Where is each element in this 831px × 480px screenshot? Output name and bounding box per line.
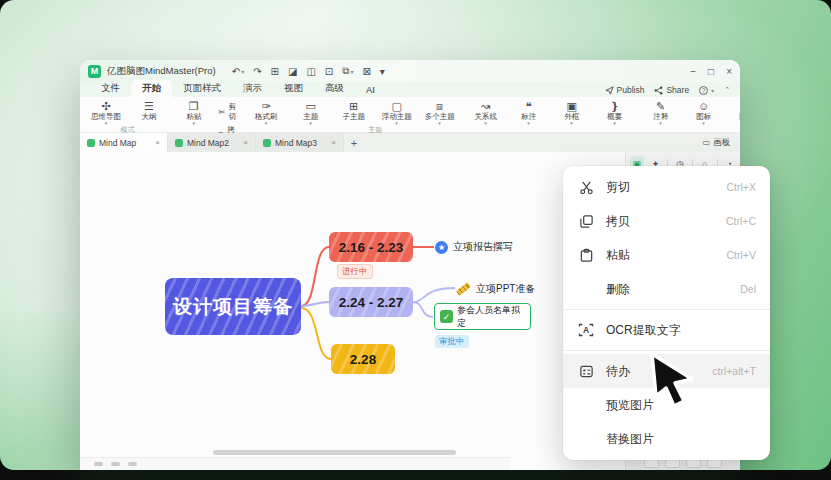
- menu-item-paste[interactable]: 粘贴 Ctrl+V: [563, 238, 770, 272]
- menu-tab-home[interactable]: 开始: [131, 80, 172, 97]
- context-menu: 剪切 Ctrl+X 拷贝 Ctrl+C 粘贴 Ctrl+V 删除 Del A: [563, 166, 770, 460]
- ribbon-relationship-button[interactable]: ↝关系线▾: [469, 100, 503, 126]
- help-button[interactable]: ? ▾: [699, 86, 714, 95]
- stage: M 亿图脑图MindMaster(Pro) ↶▾ ↷ ⊞ ◪ ◫ ⊡ ⧉▾ ⊠ …: [0, 0, 831, 480]
- redo-icon[interactable]: ↷: [253, 66, 261, 77]
- callout-icon: ❝: [526, 100, 532, 112]
- help-caret-icon: ▾: [711, 87, 714, 94]
- leaf-node-attendees-selected[interactable]: ✓ 参会人员名单拟定: [434, 303, 531, 330]
- branch-node-2[interactable]: 2.24 - 2.27: [329, 287, 413, 317]
- doc-tab-mindmap2[interactable]: Mind Map2 ×: [168, 133, 256, 152]
- paste-icon: ❐: [189, 100, 199, 112]
- tab-close-icon[interactable]: ×: [155, 138, 160, 147]
- app-title: 亿图脑图MindMaster(Pro): [107, 65, 216, 78]
- ribbon-outline-button[interactable]: ☰大纲: [132, 100, 166, 121]
- menu-tab-present[interactable]: 演示: [232, 80, 273, 97]
- copy-icon: [577, 214, 595, 229]
- ribbon-icon-button[interactable]: ☺图标▾: [687, 100, 721, 126]
- checkbox-icon[interactable]: ✓: [440, 310, 453, 323]
- doc-tab-mindmap3[interactable]: Mind Map3 ×: [256, 133, 344, 152]
- star-icon: ★: [435, 241, 448, 254]
- icon-marker-icon: ☺: [698, 100, 709, 112]
- status-badge-in-progress[interactable]: 进行中: [337, 264, 373, 279]
- mindmap-icon: ✣: [101, 100, 110, 112]
- maximize-button[interactable]: □: [708, 66, 714, 77]
- titlebar: M 亿图脑图MindMaster(Pro) ↶▾ ↷ ⊞ ◪ ◫ ⊡ ⧉▾ ⊠ …: [80, 60, 740, 82]
- menu-tab-ai[interactable]: AI: [355, 82, 386, 97]
- publish-button[interactable]: Publish: [605, 85, 645, 95]
- menu-divider: [563, 350, 770, 351]
- board-toggle[interactable]: ▭ 画板: [692, 133, 740, 152]
- horizontal-scrollbar[interactable]: [213, 450, 456, 455]
- screenshot-icon[interactable]: ⊠: [362, 66, 370, 77]
- menu-item-replace-image[interactable]: 替换图片: [563, 422, 770, 456]
- menu-tab-file[interactable]: 文件: [90, 80, 131, 97]
- share-button[interactable]: Share: [654, 85, 689, 95]
- comment-icon: ✎: [656, 100, 665, 112]
- ribbon-subtopic-button[interactable]: ⊞子主题: [337, 100, 371, 121]
- tab-close-icon[interactable]: ×: [243, 138, 248, 147]
- swatch[interactable]: [644, 459, 659, 468]
- ribbon-format-painter-button[interactable]: ✑格式刷▾: [250, 100, 281, 126]
- statusbar-stub: [111, 462, 120, 466]
- tab-close-icon[interactable]: ×: [331, 138, 336, 147]
- export-icon[interactable]: ⧉▾: [342, 65, 353, 77]
- menu-item-ocr[interactable]: A OCR提取文字: [563, 313, 770, 347]
- mindmap-canvas[interactable]: 设计项目筹备 2.16 - 2.23 进行中 2.24 - 2.27 2.28 …: [80, 152, 625, 470]
- ribbon-boundary-button[interactable]: ▣外框▾: [555, 100, 589, 126]
- style-flag-icon[interactable]: ◪: [288, 66, 297, 77]
- collapse-ribbon-icon[interactable]: ⌃: [724, 86, 730, 94]
- ribbon-multi-topic-button[interactable]: ⧈多个主题▾: [423, 100, 457, 126]
- branch-node-1[interactable]: 2.16 - 2.23: [329, 232, 413, 262]
- leaf-node-ppt[interactable]: 立项PPT准备: [456, 282, 535, 296]
- help-icon: ?: [699, 86, 708, 95]
- ribbon-group-mode: ✣思维导图▾ ☰大纲 模式: [84, 97, 171, 132]
- app-logo-icon: M: [88, 65, 101, 78]
- ocr-icon: A: [577, 322, 595, 338]
- ribbon-summary-button[interactable]: ❵概要▾: [598, 100, 632, 126]
- boundary-icon: ▣: [566, 100, 576, 112]
- todo-icon: [577, 364, 595, 379]
- leaf-node-report[interactable]: ★ 立项报告撰写: [435, 240, 513, 254]
- undo-icon[interactable]: ↶▾: [232, 66, 244, 77]
- topic-icon: ▭: [305, 100, 315, 112]
- window-controls: − □ ×: [690, 66, 732, 77]
- ribbon-paste-button[interactable]: ❐粘贴▾: [178, 100, 209, 126]
- document-tabbar: Mind Map × Mind Map2 × Mind Map3 × + ▭ 画…: [80, 133, 740, 152]
- new-document-icon[interactable]: ⊞: [271, 66, 279, 77]
- ribbon-cut-button[interactable]: ✂剪切: [218, 102, 241, 122]
- doc-tab-mindmap1[interactable]: Mind Map ×: [80, 133, 168, 152]
- multi-topic-icon: ⧈: [436, 100, 443, 112]
- ribbon-topic-button[interactable]: ▭主题▾: [294, 100, 328, 126]
- doc-icon: [87, 139, 95, 147]
- add-tab-button[interactable]: +: [344, 133, 364, 152]
- menu-item-copy[interactable]: 拷贝 Ctrl+C: [563, 204, 770, 238]
- background-swatches: [626, 459, 740, 468]
- mouse-cursor-icon: [648, 352, 700, 410]
- ribbon-group-insert: ✎注释▾ ☺图标▾ ▦图片▾ ∑公式▾ ⇄双向链接▾ ❏更多▾ 插入: [639, 97, 740, 132]
- ruler-icon: [456, 282, 472, 296]
- ribbon-picture-button[interactable]: ▦图片▾: [730, 100, 740, 126]
- save-icon[interactable]: ◫: [306, 66, 315, 77]
- ribbon-callout-button[interactable]: ❝标注▾: [512, 100, 546, 126]
- root-node[interactable]: 设计项目筹备: [165, 278, 301, 335]
- ribbon-floating-topic-button[interactable]: ▢浮动主题▾: [380, 100, 414, 126]
- menu-item-cut[interactable]: 剪切 Ctrl+X: [563, 170, 770, 204]
- menu-tab-page-style[interactable]: 页面样式: [172, 80, 232, 97]
- ribbon-comment-button[interactable]: ✎注释▾: [644, 100, 678, 126]
- ribbon-group-clipboard: ❐粘贴▾ ✂剪切 ⧉拷贝 ✑格式刷▾ 剪贴板: [173, 97, 287, 132]
- status-badge-approving[interactable]: 审批中: [435, 335, 469, 348]
- swatch[interactable]: [686, 459, 701, 468]
- ribbon-mindmap-button[interactable]: ✣思维导图▾: [89, 100, 123, 126]
- minimize-button[interactable]: −: [690, 66, 696, 77]
- menu-item-delete[interactable]: 删除 Del: [563, 272, 770, 306]
- menubar: 文件 开始 页面样式 演示 视图 高级 AI Publish Share ? ▾: [80, 82, 740, 97]
- branch-node-3[interactable]: 2.28: [331, 344, 395, 374]
- close-button[interactable]: ×: [726, 66, 732, 77]
- swatch[interactable]: [707, 459, 722, 468]
- menu-tab-view[interactable]: 视图: [273, 80, 314, 97]
- swatch[interactable]: [665, 459, 680, 468]
- menu-tab-advanced[interactable]: 高级: [314, 80, 355, 97]
- print-icon[interactable]: ⊡: [325, 66, 333, 77]
- titlebar-more-icon[interactable]: ▾: [380, 66, 385, 77]
